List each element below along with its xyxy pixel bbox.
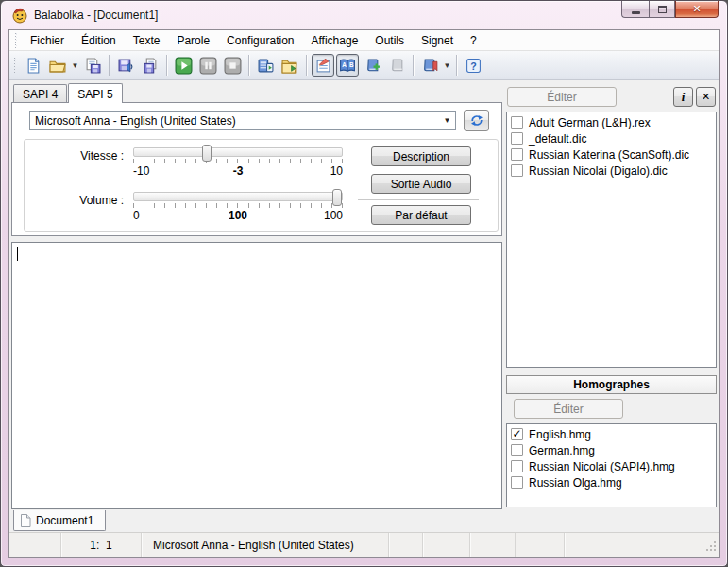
chevron-down-icon[interactable]: ▼ (439, 112, 455, 129)
list-item[interactable]: _default.dic (508, 130, 715, 146)
menubar-grip[interactable] (14, 33, 19, 48)
dictionaries-panel: Éditer i ✕ Adult German (L&H).rex _defau… (506, 85, 717, 368)
new-document-button[interactable] (22, 54, 44, 77)
checkbox-checked[interactable]: ✓ (511, 428, 523, 440)
dictionary-close-button[interactable]: ✕ (696, 87, 716, 107)
list-item-label: Adult German (L&H).rex (529, 116, 651, 129)
open-file-button[interactable] (46, 54, 69, 77)
maximize-button[interactable] (649, 1, 675, 18)
default-button[interactable]: Par défaut (371, 205, 471, 225)
menu-parole[interactable]: Parole (168, 31, 218, 50)
list-item-label: Russian Olga.hmg (529, 476, 622, 490)
list-item[interactable]: Russian Nicolai (SAPI4).hmg (508, 458, 715, 474)
toolbar-grip[interactable] (13, 58, 18, 73)
play-icon (175, 57, 193, 75)
checkbox[interactable] (511, 476, 523, 489)
close-button[interactable]: ✕ (675, 1, 719, 18)
speed-slider-thumb[interactable] (202, 145, 212, 162)
read-clipboard-button[interactable] (254, 54, 277, 77)
menu-signet[interactable]: Signet (413, 31, 462, 50)
list-item[interactable]: Russian Nicolai (Digalo).dic (508, 163, 715, 179)
volume-slider-track[interactable] (133, 192, 343, 201)
menu-fichier[interactable]: Fichier (22, 31, 73, 50)
save-text-audio-icon (143, 58, 159, 74)
speed-slider: -10 -3 10 (133, 147, 343, 179)
right-column: Éditer i ✕ Adult German (L&H).rex _defau… (506, 82, 717, 532)
tab-sapi4[interactable]: SAPI 4 (13, 84, 67, 102)
menu-aide[interactable]: ? (462, 31, 485, 50)
checkbox[interactable] (511, 132, 523, 145)
list-item-label: Russian Katerina (ScanSoft).dic (529, 148, 689, 162)
edit-dictionary-button[interactable]: Éditer (507, 87, 617, 107)
menu-affichage[interactable]: Affichage (302, 31, 366, 50)
list-item-label: _default.dic (529, 132, 586, 146)
minimize-button[interactable] (621, 1, 649, 18)
folder-play-icon (281, 58, 298, 74)
checkbox[interactable] (511, 460, 523, 472)
new-document-icon (25, 58, 42, 74)
list-item-label: Russian Nicolai (SAPI4).hmg (529, 460, 675, 473)
refresh-voices-button[interactable] (464, 110, 489, 131)
list-item-label: German.hmg (529, 444, 595, 457)
refresh-icon (470, 114, 483, 127)
help-button[interactable]: ? (462, 54, 484, 77)
volume-slider-thumb[interactable] (332, 189, 342, 206)
document-icon (20, 514, 31, 527)
list-item[interactable]: Russian Olga.hmg (508, 474, 715, 490)
list-item-label: English.hmg (529, 428, 591, 441)
speed-label: Vitesse : (32, 147, 124, 179)
save-text-button[interactable] (81, 54, 104, 77)
dictionary-ab-icon: A B (339, 58, 356, 74)
document-text-area[interactable] (11, 242, 502, 509)
window-title: Balabolka - [Document1] (34, 9, 158, 22)
open-file-dropdown[interactable]: ▼ (70, 54, 80, 77)
list-item[interactable]: German.hmg (508, 442, 715, 458)
voice-combobox[interactable]: Microsoft Anna - English (United States)… (29, 111, 456, 130)
bookmarks-button[interactable] (418, 54, 441, 77)
edit-homograph-button[interactable]: Éditer (514, 399, 623, 419)
checkbox[interactable] (511, 116, 523, 129)
volume-slider: 0 100 100 (133, 192, 343, 223)
toolbar-separator (166, 55, 167, 76)
menu-outils[interactable]: Outils (366, 31, 413, 50)
dictionary-toggle[interactable]: A B (336, 54, 359, 77)
save-text-audio-button[interactable] (139, 54, 161, 77)
stop-icon (224, 57, 242, 75)
description-button[interactable]: Description (371, 146, 471, 166)
save-audio-button[interactable] (114, 54, 137, 77)
pause-button[interactable] (196, 54, 219, 77)
checkbox[interactable] (511, 148, 523, 161)
menu-edition[interactable]: Édition (73, 31, 125, 50)
speed-slider-track[interactable] (133, 147, 343, 157)
file-conversion-button[interactable] (279, 54, 301, 77)
checkbox[interactable] (511, 164, 523, 177)
list-item[interactable]: Adult German (L&H).rex (508, 114, 715, 130)
document-tab[interactable]: Document1 (13, 510, 106, 531)
checkbox[interactable] (511, 444, 523, 456)
menu-configuration[interactable]: Configuration (218, 31, 302, 50)
text-panel-toggle[interactable] (312, 54, 334, 77)
homographs-panel: Homographes Éditer ✓ English.hmg German.… (506, 375, 717, 507)
document-tab-label: Document1 (36, 514, 93, 527)
menu-texte[interactable]: Texte (125, 31, 169, 50)
svg-text:A: A (342, 61, 347, 68)
status-segment (389, 533, 423, 557)
voice-settings-groupbox: Vitesse : -10 -3 10 (24, 139, 499, 232)
stop-button[interactable] (221, 54, 244, 77)
dictionaries-toolbar: Éditer i ✕ (506, 85, 717, 112)
spelling-button[interactable] (385, 54, 408, 77)
dictionary-info-button[interactable]: i (673, 87, 693, 107)
play-button[interactable] (172, 54, 195, 77)
tab-sapi5[interactable]: SAPI 5 (68, 83, 122, 103)
menu-bar: Fichier Édition Texte Parole Configurati… (9, 30, 719, 51)
add-book-icon (364, 58, 381, 74)
bookmarks-dropdown[interactable]: ▼ (442, 54, 452, 77)
resize-grip[interactable] (705, 541, 717, 555)
toolbar-separator (109, 55, 110, 76)
list-item[interactable]: ✓ English.hmg (508, 426, 715, 442)
list-item[interactable]: Russian Katerina (ScanSoft).dic (508, 146, 715, 163)
audio-output-button[interactable]: Sortie Audio (371, 174, 471, 194)
sapi5-tabpage: Microsoft Anna - English (United States)… (11, 102, 502, 236)
title-bar[interactable]: Balabolka - [Document1] ✕ (1, 1, 727, 29)
add-dictionary-button[interactable] (361, 54, 383, 77)
